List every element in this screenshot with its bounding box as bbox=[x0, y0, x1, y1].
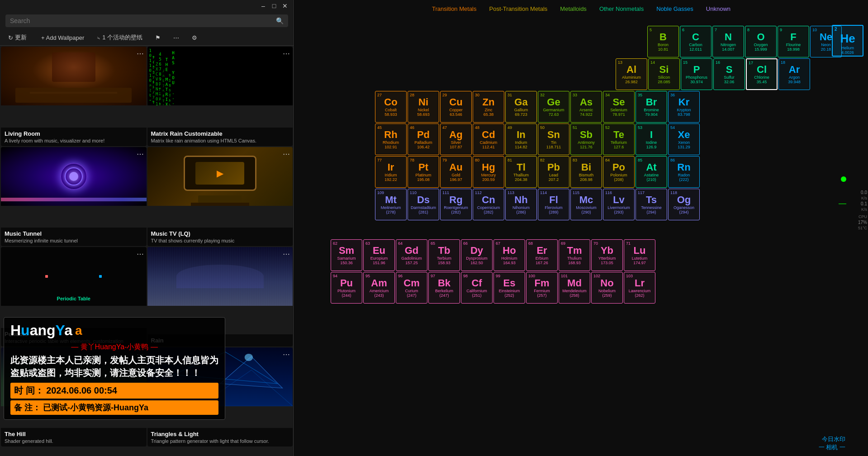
element-Ds[interactable]: 110DsDarmstadtium(281) bbox=[408, 189, 439, 220]
element-Es[interactable]: 99EsEinsteinium(252) bbox=[493, 272, 525, 304]
element-Po[interactable]: 84PoPolonium(208) bbox=[603, 156, 635, 188]
element-Lr[interactable]: 103LrLawrencium(262) bbox=[624, 272, 655, 304]
element-Ne[interactable]: 10NeNeon20.18 bbox=[810, 26, 842, 57]
element-Pb[interactable]: 82PbLead207.2 bbox=[538, 156, 569, 188]
element-Gd[interactable]: 64GdGadolinium157.25 bbox=[396, 239, 427, 271]
element-In[interactable]: 49InIndium114.82 bbox=[505, 124, 537, 155]
close-button[interactable]: ✕ bbox=[282, 3, 288, 9]
element-Yb[interactable]: 70YbYtterbium173.05 bbox=[591, 239, 623, 271]
element-At[interactable]: 85AtAstatine(210) bbox=[636, 156, 667, 188]
element-S[interactable]: 16SSulfur32.06 bbox=[713, 58, 745, 90]
cat-metalloids[interactable]: Metalloids bbox=[558, 5, 588, 13]
element-Bk[interactable]: 97BkBerkelium(247) bbox=[428, 272, 460, 304]
element-Rn[interactable]: 86RnRadon(222) bbox=[668, 156, 700, 188]
add-wallpaper-button[interactable]: + Add Wallpaper bbox=[37, 33, 87, 43]
wallpaper-item-music-tv[interactable]: ▶ Music TV (LQ) TV that shows currently … bbox=[147, 147, 293, 247]
element-Ts[interactable]: 117TsTennessine(294) bbox=[636, 189, 667, 220]
element-Kr[interactable]: 36KrKrypton83.798 bbox=[668, 91, 700, 123]
rain-more-button[interactable]: ⋯ bbox=[283, 250, 290, 258]
cat-transition-metals[interactable]: Transition Metals bbox=[430, 5, 479, 13]
element-Tl[interactable]: 81TlThallium204.38 bbox=[505, 156, 537, 188]
element-P[interactable]: 15PPhosphorus30.974 bbox=[681, 58, 712, 90]
element-Pt[interactable]: 78PtPlatinum195.08 bbox=[408, 156, 439, 188]
element-Tm[interactable]: 69TmThulium168.93 bbox=[559, 239, 590, 271]
element-Se[interactable]: 34SeSelenium78.971 bbox=[603, 91, 635, 123]
element-Hg[interactable]: 80HgMercury200.59 bbox=[473, 156, 504, 188]
music-tv-more-button[interactable]: ⋯ bbox=[283, 150, 290, 158]
element-Ge[interactable]: 32GeGermanium72.63 bbox=[538, 91, 569, 123]
music-tunnel-more-button[interactable]: ⋯ bbox=[137, 150, 144, 158]
search-input[interactable] bbox=[10, 17, 272, 24]
element-Cd[interactable]: 48CdCadmium112.41 bbox=[473, 124, 504, 155]
element-F[interactable]: 9FFlourine18.998 bbox=[778, 26, 809, 57]
element-Ar[interactable]: 18ArArgon39.948 bbox=[778, 58, 810, 90]
element-C[interactable]: 6CCarbon12.011 bbox=[680, 26, 711, 57]
element-Bi[interactable]: 83BiBismuth208.98 bbox=[570, 156, 602, 188]
element-Er[interactable]: 68ErErbium167.26 bbox=[526, 239, 558, 271]
element-Lu[interactable]: 71LuLutetium174.97 bbox=[624, 239, 655, 271]
element-Tb[interactable]: 65TbTerbium158.93 bbox=[428, 239, 460, 271]
settings-button[interactable]: ⚙ bbox=[189, 33, 200, 43]
element-No[interactable]: 102NoNobelium(259) bbox=[591, 272, 623, 304]
element-Lv[interactable]: 116LvLivermorium(293) bbox=[603, 189, 635, 220]
maximize-button[interactable]: □ bbox=[271, 3, 277, 9]
element-Sn[interactable]: 50SnTin118.711 bbox=[538, 124, 569, 155]
element-Rg[interactable]: 111RgRoentgenium(282) bbox=[440, 189, 472, 220]
element-Md[interactable]: 101MdMendelevium(258) bbox=[559, 272, 590, 304]
element-Rh[interactable]: 45RhRhodium102.91 bbox=[375, 124, 407, 155]
element-Fm[interactable]: 100FmFermium(257) bbox=[526, 272, 558, 304]
element-Zn[interactable]: 30ZnZinc65.38 bbox=[473, 91, 504, 123]
living-room-more-button[interactable]: ⋯ bbox=[137, 49, 144, 58]
element-Si[interactable]: 14SiSilicon28.085 bbox=[648, 58, 680, 90]
element-B[interactable]: 5BBoron10.81 bbox=[647, 26, 679, 57]
element-Cl[interactable]: 17ClChlorine35.45 bbox=[746, 58, 778, 90]
element-Cm[interactable]: 96CmCurium(247) bbox=[396, 272, 427, 304]
element-Og[interactable]: 118OgOganesson(294) bbox=[668, 189, 700, 220]
element-Eu[interactable]: 63EuEuropium151.96 bbox=[363, 239, 395, 271]
element-Sb[interactable]: 51SbAntimony121.76 bbox=[570, 124, 602, 155]
minimize-button[interactable]: – bbox=[260, 3, 266, 9]
element-Nh[interactable]: 113NhNihonium(286) bbox=[505, 189, 537, 220]
element-O[interactable]: 8OOxygen15.999 bbox=[745, 26, 777, 57]
scroll-indicator[interactable]: ⸻ bbox=[838, 199, 846, 209]
element-I[interactable]: 53IIodine126.9 bbox=[636, 124, 667, 155]
more-button[interactable]: ⋯ bbox=[171, 33, 182, 43]
element-N[interactable]: 7NNitrogen14.007 bbox=[712, 26, 744, 57]
element-Ir[interactable]: 77IrIridium192.22 bbox=[375, 156, 407, 188]
element-Dy[interactable]: 66DyDysprosium162.50 bbox=[461, 239, 493, 271]
element-Mt[interactable]: 109MtMeitnerium(278) bbox=[375, 189, 407, 220]
cat-noble-gasses[interactable]: Noble Gasses bbox=[655, 5, 695, 13]
wallpaper-item-music-tunnel[interactable]: Music Tunnel Mesmerizing infinite music … bbox=[1, 147, 147, 247]
wallpaper-item-matrix[interactable]: 1011010ﾊﾐﾋｰ ｦｲｸｺｿﾁﾄﾉﾌﾔﾖ ZXCVBNM0123 4567… bbox=[147, 47, 293, 146]
element-Fl[interactable]: 114FlFlerovium(289) bbox=[538, 189, 569, 220]
element-Ga[interactable]: 31GaGallium69.723 bbox=[505, 91, 537, 123]
element-Pu[interactable]: 94PuPlutonium(244) bbox=[331, 272, 362, 304]
element-Xe[interactable]: 54XeXenon131.29 bbox=[668, 124, 700, 155]
element-Am[interactable]: 95AmAmericium(243) bbox=[363, 272, 395, 304]
element-Ag[interactable]: 47AgSilver107.87 bbox=[440, 124, 472, 155]
triangles-more-button[interactable]: ⋯ bbox=[283, 350, 290, 359]
element-Cn[interactable]: 112CnCopernicium(282) bbox=[473, 189, 504, 220]
element-Ni[interactable]: 28NiNickel58.693 bbox=[408, 91, 439, 123]
element-Te[interactable]: 52TeTellurium127.6 bbox=[603, 124, 635, 155]
cat-post-transition-metals[interactable]: Post-Transition Metals bbox=[488, 5, 550, 13]
bookmark-button[interactable]: ⚑ bbox=[152, 33, 163, 43]
element-Au[interactable]: 79AuGold196.97 bbox=[440, 156, 472, 188]
element-Cf[interactable]: 98CfCalifornium(251) bbox=[461, 272, 493, 304]
element-Cu[interactable]: 29CuCopper63.546 bbox=[440, 91, 472, 123]
active-wallpapers-button[interactable]: ⍀ 1 个活动的壁纸 bbox=[94, 32, 145, 43]
element-Br[interactable]: 35BrBromine79.904 bbox=[636, 91, 667, 123]
refresh-button[interactable]: ↻ 更新 bbox=[5, 32, 29, 43]
cat-other-nonmetals[interactable]: Other Nonmetals bbox=[598, 5, 645, 13]
element-Mc[interactable]: 115McMoscovium(290) bbox=[570, 189, 602, 220]
element-As[interactable]: 33AsArsenic74.922 bbox=[570, 91, 602, 123]
wallpaper-item-living-room[interactable]: Living Room A lively room with music, vi… bbox=[1, 47, 147, 146]
periodic-more-button[interactable]: ⋯ bbox=[137, 250, 144, 258]
element-Sm[interactable]: 62SmSamarium150.36 bbox=[331, 239, 362, 271]
element-Ho[interactable]: 67HoHolmium164.93 bbox=[493, 239, 525, 271]
cat-unknown[interactable]: Unknown bbox=[704, 5, 732, 13]
element-Al[interactable]: 13AlAluminium26.982 bbox=[616, 58, 647, 90]
element-Pd[interactable]: 46PdPalladium106.42 bbox=[408, 124, 439, 155]
element-Co[interactable]: 27CoCobalt58.933 bbox=[375, 91, 407, 123]
matrix-more-button[interactable]: ⋯ bbox=[283, 49, 290, 58]
